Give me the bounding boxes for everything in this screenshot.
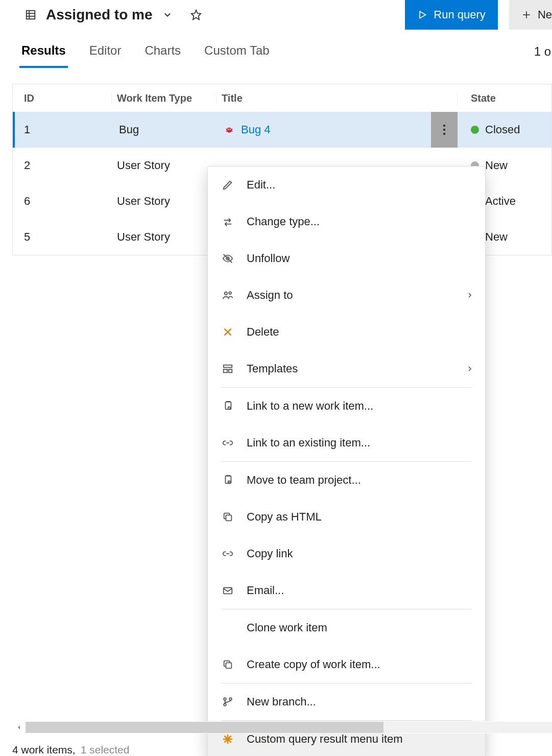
cell-type: User Story (112, 195, 217, 208)
email-icon (221, 584, 234, 597)
menu-item-edit[interactable]: Edit... (208, 167, 485, 203)
svg-point-16 (443, 129, 445, 131)
svg-point-8 (227, 128, 232, 133)
blank-icon (221, 621, 234, 634)
svg-marker-5 (420, 11, 426, 18)
link-existing-icon (221, 436, 234, 450)
menu-item-change-type[interactable]: Change type... (208, 203, 485, 240)
tab-custom-tab[interactable]: Custom Tab (202, 35, 272, 68)
context-menu: Edit...Change type...UnfollowAssign toDe… (207, 166, 486, 756)
menu-item-link-to-a-new-work-item[interactable]: Link to a new work item... (208, 388, 485, 424)
menu-item-link-to-an-existing-item[interactable]: Link to an existing item... (208, 424, 485, 461)
play-icon (417, 10, 427, 20)
cell-id: 6 (13, 195, 112, 208)
state-text: New (485, 159, 508, 172)
templates-icon (221, 362, 234, 375)
svg-rect-0 (27, 11, 35, 19)
tab-editor[interactable]: Editor (87, 35, 124, 68)
menu-item-new-branch[interactable]: New branch... (208, 683, 485, 720)
cell-type: Bug (114, 123, 219, 136)
menu-label: Unfollow (247, 252, 290, 265)
svg-line-14 (231, 131, 233, 132)
result-count-text: 1 o (534, 44, 552, 59)
svg-point-20 (225, 292, 228, 295)
svg-point-36 (224, 703, 226, 706)
menu-label: Edit... (247, 178, 275, 192)
menu-label: Assign to (247, 289, 293, 302)
flat-list-icon (25, 9, 37, 21)
move-icon (221, 474, 234, 487)
menu-item-assign-to[interactable]: Assign to (208, 277, 485, 314)
state-text: Active (485, 195, 516, 208)
run-query-button[interactable]: Run query (405, 0, 498, 30)
cell-id: 1 (15, 123, 114, 136)
menu-item-move-to-team-project[interactable]: Move to team project... (208, 462, 485, 499)
menu-label: Move to team project... (247, 474, 361, 487)
menu-item-delete[interactable]: Delete (208, 314, 485, 350)
query-title[interactable]: Assigned to me (46, 7, 152, 23)
scroll-left-arrow[interactable] (12, 721, 26, 734)
svg-point-35 (229, 698, 232, 700)
header-state[interactable]: State (458, 92, 551, 104)
copy-link-icon (221, 547, 234, 560)
table-row[interactable]: 1BugBug 4Closed (13, 112, 551, 148)
copy-icon (221, 658, 234, 671)
tab-results[interactable]: Results (19, 35, 68, 68)
menu-label: Delete (247, 325, 279, 339)
menu-item-copy-as-html[interactable]: Copy as HTML (208, 499, 485, 535)
scroll-track[interactable] (26, 722, 552, 733)
header-type[interactable]: Work Item Type (112, 92, 217, 104)
menu-item-templates[interactable]: Templates (208, 350, 485, 387)
new-button-label: Ne (538, 8, 552, 21)
header-id[interactable]: ID (13, 92, 112, 104)
new-work-item-button[interactable]: Ne (509, 0, 552, 30)
cell-id: 5 (13, 230, 112, 244)
change-icon (221, 215, 234, 228)
chevron-down-icon[interactable] (161, 9, 174, 21)
menu-item-clone-work-item[interactable]: Clone work item (208, 609, 485, 646)
svg-line-11 (226, 129, 227, 130)
link-new-icon (221, 399, 234, 413)
cell-type: User Story (112, 159, 217, 172)
toolbar-left: Assigned to me (25, 7, 202, 23)
svg-point-17 (443, 133, 445, 135)
status-bar: 4 work items, 1 selected (12, 737, 129, 756)
edit-icon (221, 178, 234, 192)
cell-type: User Story (112, 230, 217, 244)
grid-header-row: ID Work Item Type Title State (13, 84, 551, 112)
menu-item-email[interactable]: Email... (208, 572, 485, 609)
cell-id: 2 (13, 159, 112, 172)
svg-rect-24 (224, 365, 232, 368)
menu-label: Email... (247, 584, 284, 597)
delete-icon (221, 325, 234, 339)
menu-item-create-copy-of-work-item[interactable]: Create copy of work item... (208, 646, 485, 683)
menu-label: Copy as HTML (247, 510, 322, 524)
favorite-star-icon[interactable] (190, 9, 202, 21)
tab-charts[interactable]: Charts (142, 35, 183, 68)
svg-point-21 (229, 292, 231, 294)
svg-line-13 (226, 131, 227, 132)
svg-rect-32 (224, 588, 232, 594)
svg-point-15 (443, 125, 445, 127)
menu-label: Custom query result menu item (247, 733, 403, 746)
scroll-thumb[interactable] (26, 722, 383, 733)
horizontal-scrollbar[interactable] (12, 721, 552, 734)
chevron-right-icon (466, 365, 474, 373)
svg-rect-26 (229, 369, 232, 372)
header-title[interactable]: Title (217, 92, 458, 104)
toolbar: Assigned to me Run query Ne (0, 0, 552, 35)
copy-html-icon (221, 510, 234, 524)
menu-label: Create copy of work item... (247, 658, 380, 671)
cell-title[interactable]: Bug 4 (219, 123, 458, 136)
plus-icon (521, 10, 532, 20)
svg-marker-41 (18, 725, 20, 729)
title-link[interactable]: Bug 4 (241, 123, 271, 136)
svg-point-34 (224, 698, 226, 700)
row-more-button[interactable] (431, 112, 458, 148)
menu-item-unfollow[interactable]: Unfollow (208, 240, 485, 277)
menu-item-copy-link[interactable]: Copy link (208, 535, 485, 572)
menu-label: Clone work item (247, 621, 327, 634)
menu-label: New branch... (247, 695, 316, 708)
cell-state: Closed (458, 123, 551, 136)
branch-icon (221, 695, 234, 708)
